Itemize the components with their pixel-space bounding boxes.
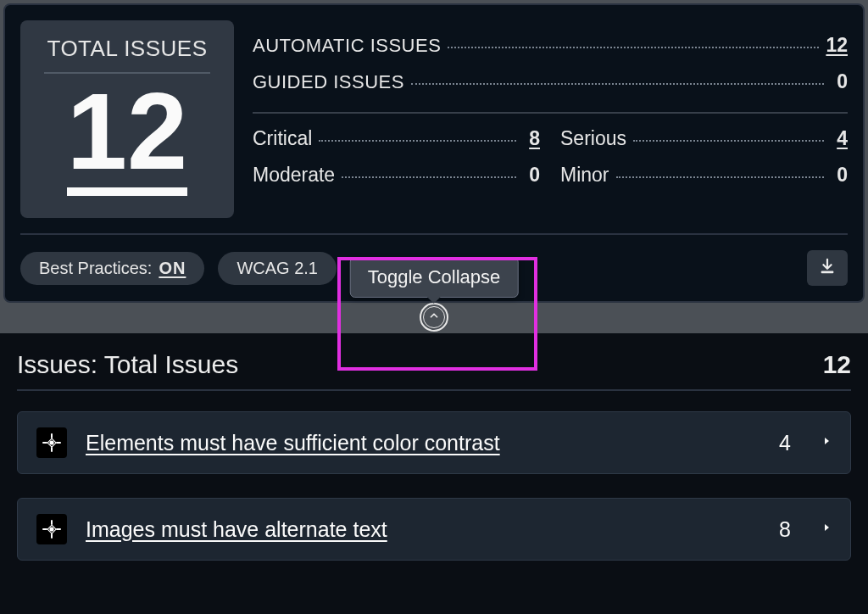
breakdown-divider	[253, 112, 848, 114]
best-practices-chip[interactable]: Best Practices: ON	[20, 252, 204, 285]
issues-header: Issues: Total Issues 12	[17, 350, 851, 391]
critical-row[interactable]: Critical 8	[253, 120, 540, 157]
toggle-collapse-button[interactable]	[420, 303, 448, 332]
issue-description: Images must have alternate text	[86, 517, 760, 542]
issue-description: Elements must have sufficient color cont…	[86, 431, 760, 455]
total-issues-label: TOTAL ISSUES	[29, 36, 225, 62]
severity-row-2: Moderate 0 Minor 0	[253, 157, 848, 193]
svg-marker-7	[825, 438, 829, 444]
chevron-up-icon	[428, 310, 440, 325]
summary-frame: TOTAL ISSUES 12 AUTOMATIC ISSUES 12 GUID…	[0, 0, 868, 333]
issue-breakdown: AUTOMATIC ISSUES 12 GUIDED ISSUES 0 Crit…	[253, 20, 848, 218]
wcag-chip[interactable]: WCAG 2.1	[218, 252, 337, 285]
target-icon[interactable]	[36, 514, 67, 544]
best-practices-label: Best Practices:	[39, 259, 152, 278]
total-issues-box[interactable]: TOTAL ISSUES 12	[20, 20, 234, 218]
summary-row: TOTAL ISSUES 12 AUTOMATIC ISSUES 12 GUID…	[20, 20, 848, 233]
wcag-label: WCAG 2.1	[236, 259, 318, 278]
issues-header-count: 12	[823, 350, 851, 379]
target-icon[interactable]	[36, 427, 67, 458]
serious-label: Serious	[560, 127, 626, 150]
total-issues-value: 12	[67, 77, 187, 196]
svg-point-13	[50, 527, 53, 530]
issues-header-title: Issues: Total Issues	[17, 350, 823, 379]
moderate-value: 0	[523, 164, 540, 187]
critical-label: Critical	[253, 127, 312, 150]
moderate-label: Moderate	[253, 164, 335, 187]
issue-count: 4	[779, 431, 803, 455]
automatic-issues-value: 12	[826, 34, 848, 57]
serious-row[interactable]: Serious 4	[560, 120, 848, 157]
minor-value: 0	[831, 164, 848, 187]
serious-value: 4	[831, 127, 848, 150]
guided-issues-label: GUIDED ISSUES	[253, 71, 404, 93]
svg-rect-0	[821, 271, 834, 274]
critical-value: 8	[523, 127, 540, 150]
minor-row[interactable]: Minor 0	[560, 157, 848, 193]
collapse-strip: Toggle Collapse	[3, 303, 865, 333]
automatic-issues-label: AUTOMATIC ISSUES	[253, 35, 441, 57]
download-button[interactable]	[807, 250, 848, 286]
svg-marker-14	[825, 524, 829, 531]
app-root: TOTAL ISSUES 12 AUTOMATIC ISSUES 12 GUID…	[0, 0, 868, 561]
automatic-issues-row[interactable]: AUTOMATIC ISSUES 12	[253, 27, 848, 64]
best-practices-value: ON	[159, 259, 186, 278]
issues-section: Issues: Total Issues 12 Elements must ha…	[0, 333, 868, 561]
toggle-collapse-tooltip-text: Toggle Collapse	[368, 266, 501, 287]
minor-label: Minor	[560, 164, 609, 187]
chevron-right-icon	[821, 434, 832, 451]
toggle-collapse-tooltip: Toggle Collapse	[350, 257, 519, 298]
severity-row-1: Critical 8 Serious 4	[253, 120, 848, 157]
guided-issues-value: 0	[831, 70, 848, 93]
svg-point-6	[50, 441, 53, 444]
download-icon	[818, 257, 837, 279]
issue-row[interactable]: Images must have alternate text 8	[17, 498, 851, 561]
issue-count: 8	[779, 517, 803, 542]
guided-issues-row[interactable]: GUIDED ISSUES 0	[253, 64, 848, 100]
chevron-right-icon	[821, 521, 832, 538]
moderate-row[interactable]: Moderate 0	[253, 157, 540, 193]
issue-row[interactable]: Elements must have sufficient color cont…	[17, 411, 851, 474]
